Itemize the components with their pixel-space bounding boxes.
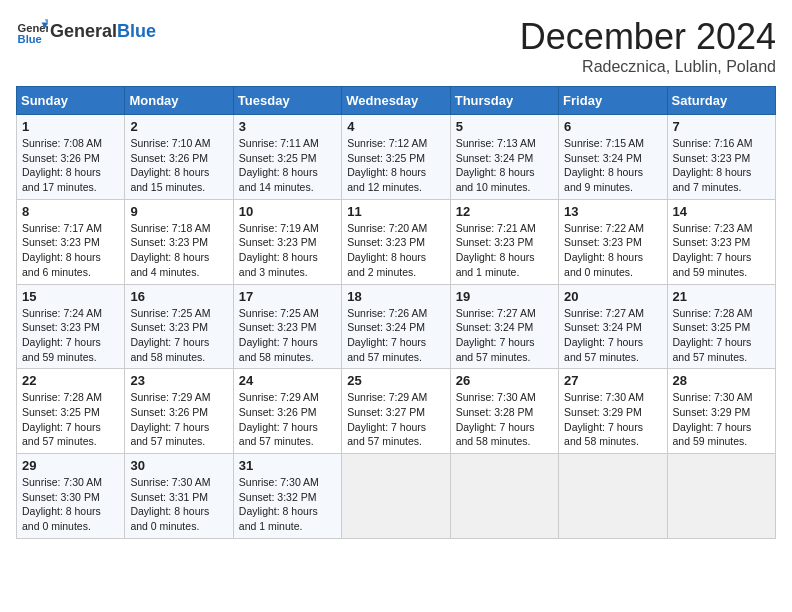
- table-cell: 2Sunrise: 7:10 AMSunset: 3:26 PMDaylight…: [125, 115, 233, 200]
- table-cell: [667, 454, 775, 539]
- table-cell: 3Sunrise: 7:11 AMSunset: 3:25 PMDaylight…: [233, 115, 341, 200]
- table-cell: 4Sunrise: 7:12 AMSunset: 3:25 PMDaylight…: [342, 115, 450, 200]
- day-number: 4: [347, 119, 444, 134]
- day-number: 6: [564, 119, 661, 134]
- table-cell: 5Sunrise: 7:13 AMSunset: 3:24 PMDaylight…: [450, 115, 558, 200]
- cell-text: Sunrise: 7:24 AMSunset: 3:23 PMDaylight:…: [22, 307, 102, 363]
- cell-text: Sunrise: 7:21 AMSunset: 3:23 PMDaylight:…: [456, 222, 536, 278]
- cell-text: Sunrise: 7:28 AMSunset: 3:25 PMDaylight:…: [22, 391, 102, 447]
- col-thursday: Thursday: [450, 87, 558, 115]
- table-cell: 6Sunrise: 7:15 AMSunset: 3:24 PMDaylight…: [559, 115, 667, 200]
- cell-text: Sunrise: 7:17 AMSunset: 3:23 PMDaylight:…: [22, 222, 102, 278]
- table-cell: 29Sunrise: 7:30 AMSunset: 3:30 PMDayligh…: [17, 454, 125, 539]
- table-cell: 21Sunrise: 7:28 AMSunset: 3:25 PMDayligh…: [667, 284, 775, 369]
- col-sunday: Sunday: [17, 87, 125, 115]
- calendar-week-row: 1Sunrise: 7:08 AMSunset: 3:26 PMDaylight…: [17, 115, 776, 200]
- table-cell: 1Sunrise: 7:08 AMSunset: 3:26 PMDaylight…: [17, 115, 125, 200]
- cell-text: Sunrise: 7:10 AMSunset: 3:26 PMDaylight:…: [130, 137, 210, 193]
- table-cell: 24Sunrise: 7:29 AMSunset: 3:26 PMDayligh…: [233, 369, 341, 454]
- cell-text: Sunrise: 7:30 AMSunset: 3:29 PMDaylight:…: [564, 391, 644, 447]
- calendar-week-row: 15Sunrise: 7:24 AMSunset: 3:23 PMDayligh…: [17, 284, 776, 369]
- day-number: 9: [130, 204, 227, 219]
- calendar-week-row: 8Sunrise: 7:17 AMSunset: 3:23 PMDaylight…: [17, 199, 776, 284]
- day-number: 12: [456, 204, 553, 219]
- logo-general-text: General: [50, 21, 117, 41]
- cell-text: Sunrise: 7:29 AMSunset: 3:26 PMDaylight:…: [130, 391, 210, 447]
- calendar-week-row: 22Sunrise: 7:28 AMSunset: 3:25 PMDayligh…: [17, 369, 776, 454]
- day-number: 15: [22, 289, 119, 304]
- cell-text: Sunrise: 7:30 AMSunset: 3:31 PMDaylight:…: [130, 476, 210, 532]
- col-wednesday: Wednesday: [342, 87, 450, 115]
- table-cell: 11Sunrise: 7:20 AMSunset: 3:23 PMDayligh…: [342, 199, 450, 284]
- table-cell: 10Sunrise: 7:19 AMSunset: 3:23 PMDayligh…: [233, 199, 341, 284]
- cell-text: Sunrise: 7:22 AMSunset: 3:23 PMDaylight:…: [564, 222, 644, 278]
- day-number: 21: [673, 289, 770, 304]
- svg-text:Blue: Blue: [18, 33, 42, 45]
- cell-text: Sunrise: 7:12 AMSunset: 3:25 PMDaylight:…: [347, 137, 427, 193]
- day-number: 1: [22, 119, 119, 134]
- cell-text: Sunrise: 7:16 AMSunset: 3:23 PMDaylight:…: [673, 137, 753, 193]
- cell-text: Sunrise: 7:23 AMSunset: 3:23 PMDaylight:…: [673, 222, 753, 278]
- table-cell: 12Sunrise: 7:21 AMSunset: 3:23 PMDayligh…: [450, 199, 558, 284]
- title-block: December 2024 Radecznica, Lublin, Poland: [520, 16, 776, 76]
- table-cell: 18Sunrise: 7:26 AMSunset: 3:24 PMDayligh…: [342, 284, 450, 369]
- day-number: 18: [347, 289, 444, 304]
- day-number: 20: [564, 289, 661, 304]
- day-number: 29: [22, 458, 119, 473]
- logo-icon: General Blue: [16, 16, 48, 48]
- cell-text: Sunrise: 7:18 AMSunset: 3:23 PMDaylight:…: [130, 222, 210, 278]
- table-cell: 20Sunrise: 7:27 AMSunset: 3:24 PMDayligh…: [559, 284, 667, 369]
- day-number: 19: [456, 289, 553, 304]
- day-number: 26: [456, 373, 553, 388]
- day-number: 2: [130, 119, 227, 134]
- cell-text: Sunrise: 7:27 AMSunset: 3:24 PMDaylight:…: [456, 307, 536, 363]
- day-number: 28: [673, 373, 770, 388]
- cell-text: Sunrise: 7:20 AMSunset: 3:23 PMDaylight:…: [347, 222, 427, 278]
- day-number: 3: [239, 119, 336, 134]
- cell-text: Sunrise: 7:30 AMSunset: 3:28 PMDaylight:…: [456, 391, 536, 447]
- calendar-week-row: 29Sunrise: 7:30 AMSunset: 3:30 PMDayligh…: [17, 454, 776, 539]
- table-cell: 28Sunrise: 7:30 AMSunset: 3:29 PMDayligh…: [667, 369, 775, 454]
- table-cell: [342, 454, 450, 539]
- cell-text: Sunrise: 7:25 AMSunset: 3:23 PMDaylight:…: [239, 307, 319, 363]
- cell-text: Sunrise: 7:26 AMSunset: 3:24 PMDaylight:…: [347, 307, 427, 363]
- cell-text: Sunrise: 7:08 AMSunset: 3:26 PMDaylight:…: [22, 137, 102, 193]
- day-number: 13: [564, 204, 661, 219]
- table-cell: 31Sunrise: 7:30 AMSunset: 3:32 PMDayligh…: [233, 454, 341, 539]
- cell-text: Sunrise: 7:30 AMSunset: 3:32 PMDaylight:…: [239, 476, 319, 532]
- table-cell: 13Sunrise: 7:22 AMSunset: 3:23 PMDayligh…: [559, 199, 667, 284]
- col-friday: Friday: [559, 87, 667, 115]
- day-number: 23: [130, 373, 227, 388]
- day-number: 7: [673, 119, 770, 134]
- cell-text: Sunrise: 7:15 AMSunset: 3:24 PMDaylight:…: [564, 137, 644, 193]
- logo-blue-text: Blue: [117, 21, 156, 41]
- table-cell: 9Sunrise: 7:18 AMSunset: 3:23 PMDaylight…: [125, 199, 233, 284]
- page-header: General Blue GeneralBlue December 2024 R…: [16, 16, 776, 76]
- day-number: 24: [239, 373, 336, 388]
- table-cell: 16Sunrise: 7:25 AMSunset: 3:23 PMDayligh…: [125, 284, 233, 369]
- day-number: 25: [347, 373, 444, 388]
- day-number: 22: [22, 373, 119, 388]
- day-number: 8: [22, 204, 119, 219]
- location: Radecznica, Lublin, Poland: [520, 58, 776, 76]
- table-cell: 17Sunrise: 7:25 AMSunset: 3:23 PMDayligh…: [233, 284, 341, 369]
- day-number: 31: [239, 458, 336, 473]
- table-cell: 7Sunrise: 7:16 AMSunset: 3:23 PMDaylight…: [667, 115, 775, 200]
- cell-text: Sunrise: 7:29 AMSunset: 3:26 PMDaylight:…: [239, 391, 319, 447]
- col-saturday: Saturday: [667, 87, 775, 115]
- col-monday: Monday: [125, 87, 233, 115]
- day-number: 5: [456, 119, 553, 134]
- day-number: 14: [673, 204, 770, 219]
- col-tuesday: Tuesday: [233, 87, 341, 115]
- table-cell: [450, 454, 558, 539]
- table-cell: 15Sunrise: 7:24 AMSunset: 3:23 PMDayligh…: [17, 284, 125, 369]
- header-row: Sunday Monday Tuesday Wednesday Thursday…: [17, 87, 776, 115]
- table-cell: 22Sunrise: 7:28 AMSunset: 3:25 PMDayligh…: [17, 369, 125, 454]
- cell-text: Sunrise: 7:27 AMSunset: 3:24 PMDaylight:…: [564, 307, 644, 363]
- table-cell: 30Sunrise: 7:30 AMSunset: 3:31 PMDayligh…: [125, 454, 233, 539]
- cell-text: Sunrise: 7:19 AMSunset: 3:23 PMDaylight:…: [239, 222, 319, 278]
- table-cell: 27Sunrise: 7:30 AMSunset: 3:29 PMDayligh…: [559, 369, 667, 454]
- cell-text: Sunrise: 7:28 AMSunset: 3:25 PMDaylight:…: [673, 307, 753, 363]
- day-number: 11: [347, 204, 444, 219]
- table-cell: 19Sunrise: 7:27 AMSunset: 3:24 PMDayligh…: [450, 284, 558, 369]
